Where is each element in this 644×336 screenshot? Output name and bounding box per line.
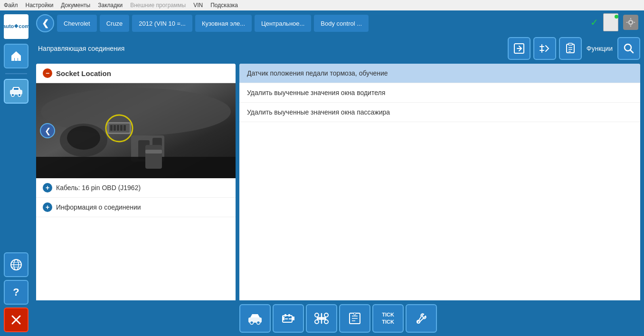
- breadcrumb-central[interactable]: Центральное...: [255, 15, 311, 32]
- function-item-0[interactable]: Датчик положения педали тормоза, обучени…: [239, 64, 640, 83]
- breadcrumb-chevrolet[interactable]: Chevrolet: [57, 15, 97, 32]
- svg-rect-49: [292, 317, 294, 320]
- car-interior-image: [36, 83, 236, 178]
- svg-rect-18: [568, 43, 572, 45]
- sidebar: auto❖com: [0, 10, 32, 336]
- svg-point-44: [250, 321, 254, 324]
- top-right-icons: ✓: [590, 13, 638, 31]
- svg-rect-47: [284, 314, 286, 317]
- svg-point-15: [630, 21, 632, 23]
- bottom-toolbar-container: TICKTICK: [32, 300, 644, 336]
- cable-info-row[interactable]: + Кабель: 16 pin OBD (J1962): [36, 178, 236, 198]
- menu-settings[interactable]: Настройки: [26, 2, 54, 9]
- logo-area: auto❖com: [4, 14, 28, 39]
- svg-rect-36: [120, 125, 123, 131]
- sidebar-help-btn[interactable]: ?: [4, 280, 28, 305]
- svg-rect-41: [145, 145, 162, 169]
- wrench-btn[interactable]: [533, 37, 556, 60]
- menu-bookmarks[interactable]: Закладки: [98, 2, 123, 9]
- bottom-btn-car[interactable]: [239, 304, 271, 333]
- svg-point-64: [417, 320, 420, 323]
- function-item-2[interactable]: Удалить выученные значения окна пассажир…: [239, 103, 640, 122]
- svg-point-57: [315, 320, 319, 324]
- svg-line-23: [630, 50, 633, 53]
- svg-rect-54: [317, 317, 326, 320]
- svg-rect-33: [110, 125, 113, 131]
- svg-point-39: [67, 126, 100, 150]
- connection-info-row[interactable]: + Информация о соединении: [36, 198, 236, 217]
- sidebar-close-btn[interactable]: [4, 307, 28, 332]
- svg-point-3: [18, 94, 21, 96]
- main-container: auto❖com: [0, 10, 644, 336]
- content-area: ✓ ❮: [32, 10, 644, 336]
- menu-bar: Файл Настройки Документы Закладки Внешни…: [0, 0, 644, 10]
- document-icon[interactable]: [603, 13, 618, 31]
- right-panel: Датчик положения педали тормоза, обучени…: [239, 64, 640, 332]
- svg-rect-40: [36, 157, 236, 178]
- svg-rect-63: [354, 313, 356, 315]
- svg-rect-37: [123, 125, 126, 131]
- export-btn[interactable]: [508, 37, 530, 60]
- svg-point-45: [257, 321, 260, 324]
- svg-rect-42: [145, 150, 162, 154]
- svg-point-55: [315, 313, 319, 317]
- image-prev-btn[interactable]: ❮: [40, 123, 55, 138]
- page-wrapper: Файл Настройки Документы Закладки Внешни…: [0, 0, 644, 336]
- menu-vin[interactable]: VIN: [193, 2, 203, 9]
- sidebar-home-btn[interactable]: [4, 44, 28, 68]
- clipboard-btn[interactable]: [559, 37, 582, 60]
- sidebar-divider-1: [5, 73, 27, 74]
- functions-label: Функции: [585, 45, 615, 52]
- settings-gear-icon[interactable]: [623, 15, 638, 30]
- search-btn[interactable]: [617, 37, 640, 60]
- svg-rect-35: [117, 125, 119, 131]
- tick-label: TICKTICK: [382, 311, 394, 325]
- breadcrumb-body-control[interactable]: Body control ...: [314, 15, 369, 32]
- svg-point-56: [324, 313, 328, 317]
- svg-rect-50: [282, 317, 284, 320]
- function-item-1[interactable]: Удалить выученные значения окна водителя: [239, 83, 640, 103]
- bottom-btn-engine[interactable]: [273, 304, 304, 333]
- breadcrumb-year[interactable]: 2012 (VIN 10 =...: [132, 15, 192, 32]
- left-panel: − Socket Location: [36, 64, 236, 332]
- menu-external[interactable]: Внешние программы: [130, 2, 186, 9]
- toolbar-row: Направляющая соединения: [36, 37, 640, 60]
- menu-file[interactable]: Файл: [4, 2, 18, 9]
- check-status-icon: ✓: [590, 17, 598, 28]
- bottom-btn-wrench2[interactable]: [406, 304, 437, 333]
- bottom-btn-list[interactable]: [339, 304, 370, 333]
- back-button[interactable]: ❮: [36, 14, 54, 32]
- svg-rect-34: [114, 125, 116, 131]
- svg-rect-0: [15, 58, 18, 61]
- socket-location-header: − Socket Location: [36, 64, 236, 83]
- connection-info-label: Информация о соединении: [56, 203, 141, 211]
- logo-text: auto❖com: [3, 23, 29, 29]
- expand-connection-btn[interactable]: +: [43, 202, 52, 212]
- socket-location-title: Socket Location: [56, 69, 111, 77]
- expand-cable-btn[interactable]: +: [43, 183, 52, 192]
- svg-point-2: [11, 94, 14, 96]
- svg-rect-48: [288, 314, 290, 317]
- bottom-toolbar: TICKTICK: [236, 300, 441, 336]
- breadcrumb-cruze[interactable]: Cruze: [100, 15, 130, 32]
- cable-info-label: Кабель: 16 pin OBD (J1962): [56, 184, 141, 192]
- connector-label: Направляющая соединения: [36, 45, 505, 52]
- breadcrumb-body-elec[interactable]: Кузовная эле...: [195, 15, 252, 32]
- menu-hint[interactable]: Подсказка: [210, 2, 238, 9]
- svg-rect-4: [14, 88, 19, 90]
- navigation-bar: ❮ Chevrolet Cruze 2012 (VIN 10 =... Кузо…: [36, 14, 640, 32]
- middle-row: − Socket Location: [36, 64, 640, 332]
- car-image-area: ❮: [36, 83, 236, 178]
- bottom-btn-tools[interactable]: [306, 304, 337, 333]
- sidebar-globe-btn[interactable]: [4, 252, 28, 277]
- menu-documents[interactable]: Документы: [61, 2, 90, 9]
- svg-point-58: [324, 320, 328, 324]
- sidebar-car-btn[interactable]: [4, 79, 28, 104]
- bottom-btn-tick[interactable]: TICKTICK: [372, 304, 404, 333]
- collapse-socket-btn[interactable]: −: [43, 68, 52, 78]
